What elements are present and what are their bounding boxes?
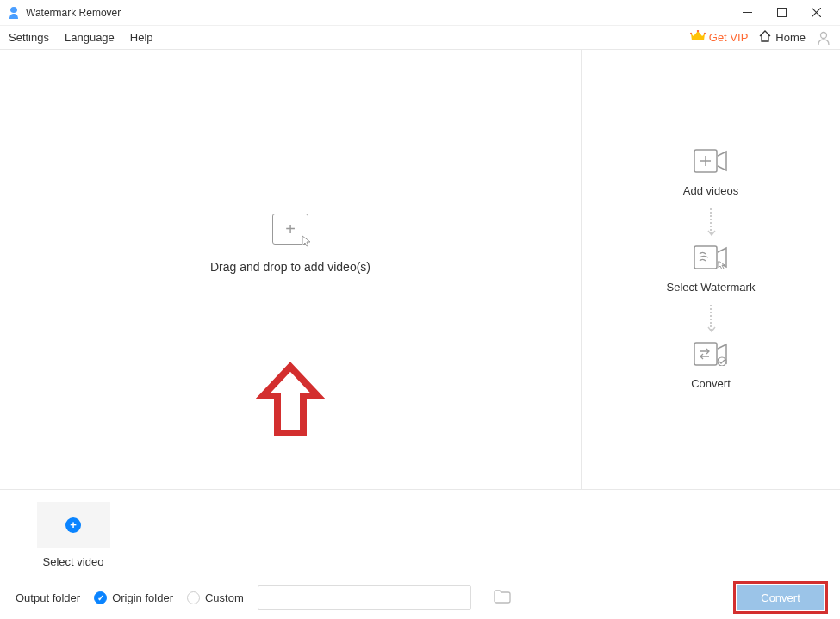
get-vip-button[interactable]: Get VIP bbox=[690, 30, 749, 45]
custom-radio-label: Custom bbox=[205, 591, 244, 604]
crown-icon bbox=[690, 30, 706, 45]
menubar-left: Settings Language Help bbox=[9, 31, 690, 44]
step-select-watermark: Select Watermark bbox=[667, 245, 756, 294]
drop-icon-wrap: + Drag and drop to add video(s) bbox=[210, 214, 370, 274]
radio-unchecked-icon bbox=[187, 591, 200, 604]
side-steps: Add videos Select Watermark bbox=[582, 50, 840, 489]
window-controls bbox=[730, 0, 833, 26]
select-video-wrap: + Select video bbox=[34, 502, 112, 568]
output-path-input[interactable] bbox=[258, 585, 471, 610]
svg-rect-1 bbox=[777, 9, 786, 17]
step-add-label: Add videos bbox=[683, 184, 738, 197]
home-icon bbox=[758, 29, 772, 46]
vip-label: Get VIP bbox=[709, 31, 749, 44]
menu-settings[interactable]: Settings bbox=[9, 31, 49, 44]
svg-point-4 bbox=[704, 33, 706, 34]
menubar-right: Get VIP Home bbox=[690, 29, 831, 46]
step-divider bbox=[710, 300, 712, 335]
step-add-videos: Add videos bbox=[683, 149, 738, 197]
select-video-label: Select video bbox=[43, 555, 104, 568]
menu-help[interactable]: Help bbox=[130, 31, 153, 44]
origin-radio-label: Origin folder bbox=[112, 591, 173, 604]
drop-zone[interactable]: + Drag and drop to add video(s) bbox=[0, 50, 582, 489]
svg-point-9 bbox=[718, 357, 726, 366]
menubar: Settings Language Help Get VIP Home bbox=[0, 26, 840, 50]
radio-checked-icon bbox=[94, 591, 107, 604]
svg-point-5 bbox=[821, 32, 827, 38]
step-select-label: Select Watermark bbox=[667, 281, 756, 294]
minimize-button[interactable] bbox=[730, 0, 764, 26]
svg-rect-8 bbox=[694, 343, 717, 365]
convert-button-label: Convert bbox=[761, 591, 800, 604]
chevron-down-icon bbox=[707, 226, 716, 239]
titlebar: Watermark Remover bbox=[0, 0, 840, 26]
svg-rect-0 bbox=[743, 12, 752, 13]
menu-language[interactable]: Language bbox=[65, 31, 115, 44]
user-icon[interactable] bbox=[816, 30, 831, 46]
convert-icon bbox=[694, 342, 728, 368]
plus-icon: + bbox=[285, 220, 296, 238]
main-area: + Drag and drop to add video(s) Add vide… bbox=[0, 50, 840, 490]
plus-circle-icon: + bbox=[65, 517, 81, 533]
step-convert-label: Convert bbox=[691, 377, 731, 390]
convert-button[interactable]: Convert bbox=[737, 585, 824, 610]
step-divider bbox=[710, 204, 712, 238]
select-watermark-icon bbox=[694, 245, 728, 272]
home-label: Home bbox=[775, 31, 806, 44]
app-title: Watermark Remover bbox=[26, 7, 121, 19]
folder-icon bbox=[494, 590, 511, 606]
app-icon bbox=[7, 6, 21, 20]
svg-point-3 bbox=[690, 33, 692, 34]
origin-folder-radio[interactable]: Origin folder bbox=[94, 591, 173, 604]
bottom-section: + Select video bbox=[0, 490, 840, 576]
titlebar-left: Watermark Remover bbox=[7, 6, 730, 20]
svg-rect-7 bbox=[694, 246, 717, 269]
footer-bar: Output folder Origin folder Custom Conve… bbox=[0, 576, 840, 619]
select-video-button[interactable]: + bbox=[37, 502, 110, 548]
custom-folder-radio[interactable]: Custom bbox=[187, 591, 244, 604]
step-convert: Convert bbox=[691, 342, 731, 390]
add-video-icon bbox=[694, 149, 728, 176]
chevron-down-icon bbox=[707, 323, 716, 336]
annotation-arrow-icon bbox=[256, 360, 325, 444]
drop-zone-text: Drag and drop to add video(s) bbox=[210, 260, 370, 274]
output-folder-label: Output folder bbox=[16, 591, 80, 604]
svg-point-2 bbox=[697, 30, 699, 32]
cursor-icon bbox=[301, 234, 314, 251]
close-button[interactable] bbox=[799, 0, 833, 26]
home-button[interactable]: Home bbox=[758, 29, 806, 46]
add-file-icon: + bbox=[272, 214, 308, 245]
browse-button[interactable] bbox=[494, 590, 511, 606]
maximize-button[interactable] bbox=[764, 0, 799, 26]
